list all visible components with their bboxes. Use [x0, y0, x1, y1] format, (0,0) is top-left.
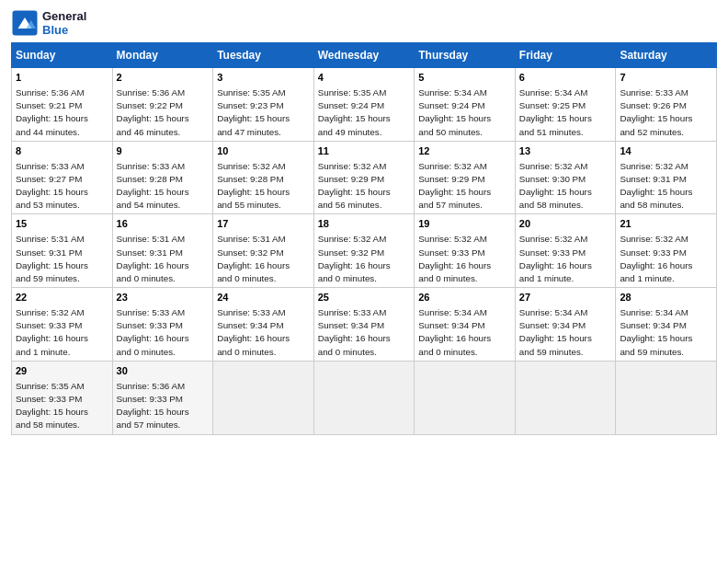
day-info: Sunrise: 5:34 AM Sunset: 9:25 PM Dayligh…: [519, 87, 592, 137]
calendar-cell: 19Sunrise: 5:32 AM Sunset: 9:33 PM Dayli…: [415, 214, 516, 288]
column-header-wednesday: Wednesday: [313, 43, 415, 68]
day-info: Sunrise: 5:35 AM Sunset: 9:24 PM Dayligh…: [318, 87, 391, 137]
calendar-week-2: 15Sunrise: 5:31 AM Sunset: 9:31 PM Dayli…: [12, 214, 717, 288]
column-header-sunday: Sunday: [12, 43, 113, 68]
calendar-cell: 23Sunrise: 5:33 AM Sunset: 9:33 PM Dayli…: [112, 288, 213, 362]
calendar-cell: 4Sunrise: 5:35 AM Sunset: 9:24 PM Daylig…: [313, 68, 415, 142]
calendar-cell: 18Sunrise: 5:32 AM Sunset: 9:32 PM Dayli…: [313, 214, 415, 288]
column-header-thursday: Thursday: [415, 43, 516, 68]
calendar-week-1: 8Sunrise: 5:33 AM Sunset: 9:27 PM Daylig…: [12, 141, 717, 214]
day-number: 26: [418, 291, 511, 304]
day-info: Sunrise: 5:33 AM Sunset: 9:27 PM Dayligh…: [16, 161, 88, 211]
calendar-cell: [515, 361, 616, 434]
day-info: Sunrise: 5:32 AM Sunset: 9:33 PM Dayligh…: [620, 234, 692, 283]
day-number: 2: [117, 71, 210, 85]
day-info: Sunrise: 5:36 AM Sunset: 9:22 PM Dayligh…: [117, 87, 189, 137]
logo-text: General Blue: [42, 9, 86, 37]
day-info: Sunrise: 5:32 AM Sunset: 9:29 PM Dayligh…: [418, 161, 491, 211]
calendar-cell: 22Sunrise: 5:32 AM Sunset: 9:33 PM Dayli…: [12, 288, 113, 362]
calendar-cell: 2Sunrise: 5:36 AM Sunset: 9:22 PM Daylig…: [112, 68, 213, 142]
day-info: Sunrise: 5:36 AM Sunset: 9:33 PM Dayligh…: [117, 381, 189, 431]
calendar-cell: 27Sunrise: 5:34 AM Sunset: 9:34 PM Dayli…: [515, 288, 616, 362]
calendar-cell: 30Sunrise: 5:36 AM Sunset: 9:33 PM Dayli…: [112, 361, 213, 434]
day-info: Sunrise: 5:33 AM Sunset: 9:33 PM Dayligh…: [117, 307, 189, 357]
day-info: Sunrise: 5:34 AM Sunset: 9:34 PM Dayligh…: [620, 307, 692, 357]
day-number: 6: [519, 71, 612, 85]
day-number: 15: [16, 217, 108, 231]
calendar-cell: 9Sunrise: 5:33 AM Sunset: 9:28 PM Daylig…: [112, 141, 213, 214]
calendar-cell: [415, 361, 516, 434]
day-number: 3: [217, 71, 310, 85]
calendar-cell: 21Sunrise: 5:32 AM Sunset: 9:33 PM Dayli…: [616, 214, 717, 288]
day-number: 23: [117, 291, 210, 304]
day-info: Sunrise: 5:33 AM Sunset: 9:26 PM Dayligh…: [620, 87, 692, 137]
day-number: 5: [418, 71, 511, 85]
day-number: 10: [217, 144, 310, 158]
day-number: 22: [16, 291, 108, 304]
day-info: Sunrise: 5:32 AM Sunset: 9:30 PM Dayligh…: [519, 161, 592, 211]
day-info: Sunrise: 5:33 AM Sunset: 9:28 PM Dayligh…: [117, 161, 189, 211]
calendar-cell: 10Sunrise: 5:32 AM Sunset: 9:28 PM Dayli…: [213, 141, 314, 214]
day-info: Sunrise: 5:34 AM Sunset: 9:34 PM Dayligh…: [519, 307, 592, 357]
calendar-week-3: 22Sunrise: 5:32 AM Sunset: 9:33 PM Dayli…: [12, 288, 717, 362]
day-info: Sunrise: 5:34 AM Sunset: 9:24 PM Dayligh…: [418, 87, 491, 137]
day-info: Sunrise: 5:31 AM Sunset: 9:31 PM Dayligh…: [16, 234, 88, 283]
day-number: 17: [217, 217, 310, 231]
day-info: Sunrise: 5:35 AM Sunset: 9:33 PM Dayligh…: [16, 381, 88, 431]
day-number: 18: [318, 217, 411, 231]
day-number: 16: [117, 217, 210, 231]
calendar-cell: 13Sunrise: 5:32 AM Sunset: 9:30 PM Dayli…: [515, 141, 616, 214]
day-info: Sunrise: 5:35 AM Sunset: 9:23 PM Dayligh…: [217, 87, 290, 137]
calendar-cell: 8Sunrise: 5:33 AM Sunset: 9:27 PM Daylig…: [12, 141, 113, 214]
day-info: Sunrise: 5:32 AM Sunset: 9:32 PM Dayligh…: [318, 234, 391, 283]
day-number: 11: [318, 144, 411, 158]
header: General Blue: [11, 9, 717, 37]
day-number: 12: [418, 144, 511, 158]
day-info: Sunrise: 5:33 AM Sunset: 9:34 PM Dayligh…: [217, 307, 290, 357]
day-number: 9: [117, 144, 210, 158]
calendar-cell: 25Sunrise: 5:33 AM Sunset: 9:34 PM Dayli…: [313, 288, 415, 362]
calendar-table: SundayMondayTuesdayWednesdayThursdayFrid…: [11, 42, 717, 435]
day-number: 1: [16, 71, 108, 85]
day-info: Sunrise: 5:31 AM Sunset: 9:31 PM Dayligh…: [117, 234, 189, 283]
day-number: 20: [519, 217, 612, 231]
day-number: 29: [16, 364, 108, 378]
calendar-cell: 12Sunrise: 5:32 AM Sunset: 9:29 PM Dayli…: [415, 141, 516, 214]
column-header-tuesday: Tuesday: [213, 43, 314, 68]
calendar-week-0: 1Sunrise: 5:36 AM Sunset: 9:21 PM Daylig…: [12, 68, 717, 142]
day-info: Sunrise: 5:32 AM Sunset: 9:33 PM Dayligh…: [519, 234, 592, 283]
day-number: 13: [519, 144, 612, 158]
calendar-cell: 3Sunrise: 5:35 AM Sunset: 9:23 PM Daylig…: [213, 68, 314, 142]
calendar-cell: 5Sunrise: 5:34 AM Sunset: 9:24 PM Daylig…: [415, 68, 516, 142]
day-info: Sunrise: 5:34 AM Sunset: 9:34 PM Dayligh…: [418, 307, 491, 357]
day-number: 19: [418, 217, 511, 231]
day-number: 8: [16, 144, 108, 158]
day-number: 28: [620, 291, 712, 304]
day-info: Sunrise: 5:33 AM Sunset: 9:34 PM Dayligh…: [318, 307, 391, 357]
calendar-cell: 17Sunrise: 5:31 AM Sunset: 9:32 PM Dayli…: [213, 214, 314, 288]
calendar-cell: 6Sunrise: 5:34 AM Sunset: 9:25 PM Daylig…: [515, 68, 616, 142]
column-header-friday: Friday: [515, 43, 616, 68]
logo: General Blue: [11, 9, 86, 37]
day-info: Sunrise: 5:32 AM Sunset: 9:31 PM Dayligh…: [620, 161, 692, 211]
calendar-cell: 24Sunrise: 5:33 AM Sunset: 9:34 PM Dayli…: [213, 288, 314, 362]
calendar-week-4: 29Sunrise: 5:35 AM Sunset: 9:33 PM Dayli…: [12, 361, 717, 434]
main-container: General Blue SundayMondayTuesdayWednesda…: [0, 0, 728, 444]
calendar-cell: 26Sunrise: 5:34 AM Sunset: 9:34 PM Dayli…: [415, 288, 516, 362]
calendar-cell: 14Sunrise: 5:32 AM Sunset: 9:31 PM Dayli…: [616, 141, 717, 214]
day-number: 4: [318, 71, 411, 85]
logo-icon: [11, 9, 39, 37]
calendar-cell: 15Sunrise: 5:31 AM Sunset: 9:31 PM Dayli…: [12, 214, 113, 288]
calendar-cell: [616, 361, 717, 434]
calendar-cell: 1Sunrise: 5:36 AM Sunset: 9:21 PM Daylig…: [12, 68, 113, 142]
calendar-cell: 28Sunrise: 5:34 AM Sunset: 9:34 PM Dayli…: [616, 288, 717, 362]
day-info: Sunrise: 5:36 AM Sunset: 9:21 PM Dayligh…: [16, 87, 88, 137]
calendar-cell: 20Sunrise: 5:32 AM Sunset: 9:33 PM Dayli…: [515, 214, 616, 288]
day-number: 24: [217, 291, 310, 304]
day-number: 25: [318, 291, 411, 304]
calendar-cell: [213, 361, 314, 434]
calendar-cell: 11Sunrise: 5:32 AM Sunset: 9:29 PM Dayli…: [313, 141, 415, 214]
calendar-cell: [313, 361, 415, 434]
day-number: 14: [620, 144, 712, 158]
day-number: 21: [620, 217, 712, 231]
